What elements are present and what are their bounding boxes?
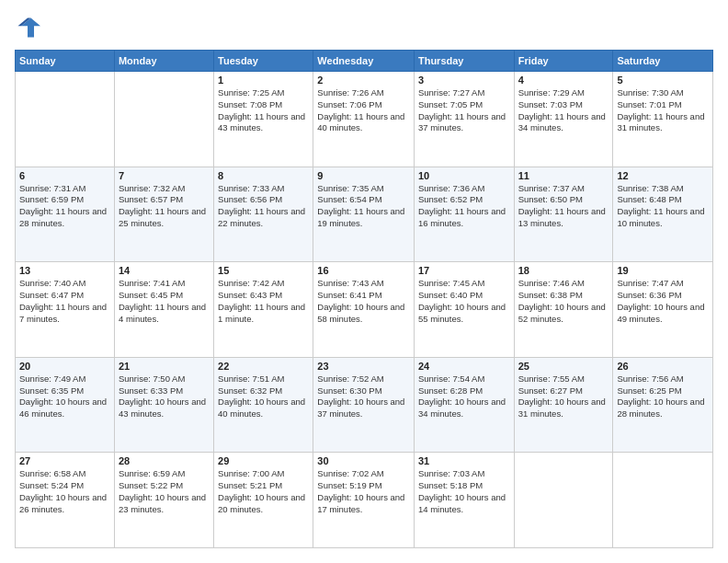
cell-info: Sunrise: 7:49 AM Sunset: 6:35 PM Dayligh…	[19, 373, 110, 420]
logo	[15, 15, 44, 40]
day-number: 6	[19, 170, 110, 181]
calendar-cell: 29Sunrise: 7:00 AM Sunset: 5:21 PM Dayli…	[214, 453, 313, 548]
calendar-header-thursday: Thursday	[414, 51, 514, 72]
day-number: 5	[617, 75, 709, 86]
calendar-cell: 5Sunrise: 7:30 AM Sunset: 7:01 PM Daylig…	[613, 72, 713, 167]
cell-info: Sunrise: 7:42 AM Sunset: 6:43 PM Dayligh…	[218, 278, 309, 325]
day-number: 14	[119, 265, 210, 276]
cell-info: Sunrise: 7:52 AM Sunset: 6:30 PM Dayligh…	[317, 373, 410, 420]
day-number: 1	[218, 75, 309, 86]
calendar-header-row: SundayMondayTuesdayWednesdayThursdayFrid…	[16, 51, 713, 72]
day-number: 8	[218, 170, 309, 181]
calendar-cell: 19Sunrise: 7:47 AM Sunset: 6:36 PM Dayli…	[613, 262, 713, 358]
cell-info: Sunrise: 7:45 AM Sunset: 6:40 PM Dayligh…	[418, 278, 510, 325]
cell-info: Sunrise: 7:51 AM Sunset: 6:32 PM Dayligh…	[218, 373, 309, 420]
day-number: 18	[518, 265, 609, 276]
svg-marker-0	[21, 18, 40, 38]
calendar-cell: 12Sunrise: 7:38 AM Sunset: 6:48 PM Dayli…	[613, 167, 713, 262]
day-number: 16	[317, 265, 410, 276]
cell-info: Sunrise: 7:26 AM Sunset: 7:06 PM Dayligh…	[317, 87, 410, 134]
day-number: 26	[617, 361, 709, 372]
cell-info: Sunrise: 7:55 AM Sunset: 6:27 PM Dayligh…	[518, 373, 609, 420]
cell-info: Sunrise: 7:36 AM Sunset: 6:52 PM Dayligh…	[418, 183, 510, 230]
day-number: 11	[518, 170, 609, 181]
cell-info: Sunrise: 7:35 AM Sunset: 6:54 PM Dayligh…	[317, 183, 410, 230]
calendar-cell: 3Sunrise: 7:27 AM Sunset: 7:05 PM Daylig…	[414, 72, 514, 167]
day-number: 22	[218, 361, 309, 372]
cell-info: Sunrise: 7:03 AM Sunset: 5:18 PM Dayligh…	[418, 468, 510, 515]
day-number: 9	[317, 170, 410, 181]
calendar-cell	[514, 453, 613, 548]
day-number: 15	[218, 265, 309, 276]
calendar-cell: 26Sunrise: 7:56 AM Sunset: 6:25 PM Dayli…	[613, 357, 713, 453]
calendar-cell: 25Sunrise: 7:55 AM Sunset: 6:27 PM Dayli…	[514, 357, 613, 453]
cell-info: Sunrise: 7:37 AM Sunset: 6:50 PM Dayligh…	[518, 183, 609, 230]
day-number: 12	[617, 170, 709, 181]
cell-info: Sunrise: 6:58 AM Sunset: 5:24 PM Dayligh…	[19, 468, 110, 515]
day-number: 19	[617, 265, 709, 276]
calendar-table: SundayMondayTuesdayWednesdayThursdayFrid…	[15, 50, 713, 548]
cell-info: Sunrise: 7:30 AM Sunset: 7:01 PM Dayligh…	[617, 87, 709, 134]
cell-info: Sunrise: 7:43 AM Sunset: 6:41 PM Dayligh…	[317, 278, 410, 325]
calendar-week-row: 27Sunrise: 6:58 AM Sunset: 5:24 PM Dayli…	[16, 453, 713, 548]
cell-info: Sunrise: 7:31 AM Sunset: 6:59 PM Dayligh…	[19, 183, 110, 230]
calendar-cell: 27Sunrise: 6:58 AM Sunset: 5:24 PM Dayli…	[16, 453, 115, 548]
calendar-header-monday: Monday	[114, 51, 213, 72]
day-number: 4	[518, 75, 609, 86]
day-number: 24	[418, 361, 510, 372]
calendar-week-row: 6Sunrise: 7:31 AM Sunset: 6:59 PM Daylig…	[16, 167, 713, 262]
calendar-cell: 2Sunrise: 7:26 AM Sunset: 7:06 PM Daylig…	[313, 72, 415, 167]
cell-info: Sunrise: 7:00 AM Sunset: 5:21 PM Dayligh…	[218, 468, 309, 515]
header	[15, 15, 713, 40]
calendar-cell: 4Sunrise: 7:29 AM Sunset: 7:03 PM Daylig…	[514, 72, 613, 167]
calendar-cell: 15Sunrise: 7:42 AM Sunset: 6:43 PM Dayli…	[214, 262, 313, 358]
day-number: 7	[119, 170, 210, 181]
calendar-cell: 13Sunrise: 7:40 AM Sunset: 6:47 PM Dayli…	[16, 262, 115, 358]
cell-info: Sunrise: 7:46 AM Sunset: 6:38 PM Dayligh…	[518, 278, 609, 325]
logo-icon	[15, 15, 40, 40]
day-number: 2	[317, 75, 410, 86]
day-number: 29	[218, 455, 309, 466]
calendar-header-wednesday: Wednesday	[313, 51, 415, 72]
calendar-cell: 9Sunrise: 7:35 AM Sunset: 6:54 PM Daylig…	[313, 167, 415, 262]
calendar-cell: 14Sunrise: 7:41 AM Sunset: 6:45 PM Dayli…	[114, 262, 213, 358]
day-number: 25	[518, 361, 609, 372]
calendar-header-saturday: Saturday	[613, 51, 713, 72]
day-number: 30	[317, 455, 410, 466]
cell-info: Sunrise: 7:54 AM Sunset: 6:28 PM Dayligh…	[418, 373, 510, 420]
day-number: 27	[19, 455, 110, 466]
cell-info: Sunrise: 7:38 AM Sunset: 6:48 PM Dayligh…	[617, 183, 709, 230]
calendar-cell	[613, 453, 713, 548]
day-number: 23	[317, 361, 410, 372]
calendar-cell: 10Sunrise: 7:36 AM Sunset: 6:52 PM Dayli…	[414, 167, 514, 262]
cell-info: Sunrise: 7:32 AM Sunset: 6:57 PM Dayligh…	[119, 183, 210, 230]
day-number: 21	[119, 361, 210, 372]
day-number: 10	[418, 170, 510, 181]
calendar-cell	[16, 72, 115, 167]
calendar-cell: 28Sunrise: 6:59 AM Sunset: 5:22 PM Dayli…	[114, 453, 213, 548]
calendar-header-tuesday: Tuesday	[214, 51, 313, 72]
calendar-cell: 6Sunrise: 7:31 AM Sunset: 6:59 PM Daylig…	[16, 167, 115, 262]
calendar-week-row: 20Sunrise: 7:49 AM Sunset: 6:35 PM Dayli…	[16, 357, 713, 453]
cell-info: Sunrise: 7:47 AM Sunset: 6:36 PM Dayligh…	[617, 278, 709, 325]
cell-info: Sunrise: 7:56 AM Sunset: 6:25 PM Dayligh…	[617, 373, 709, 420]
calendar-cell: 30Sunrise: 7:02 AM Sunset: 5:19 PM Dayli…	[313, 453, 415, 548]
calendar-cell: 11Sunrise: 7:37 AM Sunset: 6:50 PM Dayli…	[514, 167, 613, 262]
calendar-cell: 23Sunrise: 7:52 AM Sunset: 6:30 PM Dayli…	[313, 357, 415, 453]
calendar-cell: 20Sunrise: 7:49 AM Sunset: 6:35 PM Dayli…	[16, 357, 115, 453]
calendar-week-row: 13Sunrise: 7:40 AM Sunset: 6:47 PM Dayli…	[16, 262, 713, 358]
cell-info: Sunrise: 6:59 AM Sunset: 5:22 PM Dayligh…	[119, 468, 210, 515]
calendar-cell: 8Sunrise: 7:33 AM Sunset: 6:56 PM Daylig…	[214, 167, 313, 262]
calendar-week-row: 1Sunrise: 7:25 AM Sunset: 7:08 PM Daylig…	[16, 72, 713, 167]
calendar-header-sunday: Sunday	[16, 51, 115, 72]
calendar-cell: 31Sunrise: 7:03 AM Sunset: 5:18 PM Dayli…	[414, 453, 514, 548]
cell-info: Sunrise: 7:29 AM Sunset: 7:03 PM Dayligh…	[518, 87, 609, 134]
cell-info: Sunrise: 7:41 AM Sunset: 6:45 PM Dayligh…	[119, 278, 210, 325]
cell-info: Sunrise: 7:02 AM Sunset: 5:19 PM Dayligh…	[317, 468, 410, 515]
calendar-cell	[114, 72, 213, 167]
calendar-cell: 16Sunrise: 7:43 AM Sunset: 6:41 PM Dayli…	[313, 262, 415, 358]
day-number: 17	[418, 265, 510, 276]
calendar-cell: 17Sunrise: 7:45 AM Sunset: 6:40 PM Dayli…	[414, 262, 514, 358]
calendar-page: SundayMondayTuesdayWednesdayThursdayFrid…	[0, 0, 728, 563]
cell-info: Sunrise: 7:50 AM Sunset: 6:33 PM Dayligh…	[119, 373, 210, 420]
